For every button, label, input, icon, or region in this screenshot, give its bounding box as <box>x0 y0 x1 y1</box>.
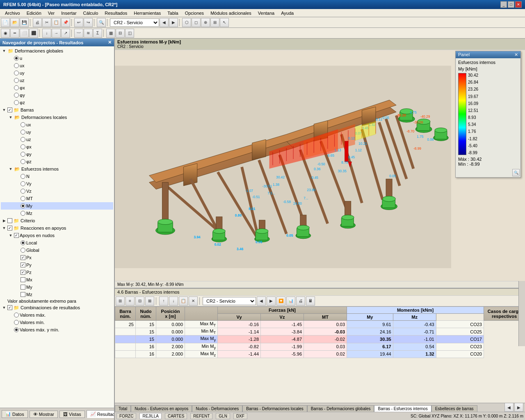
window-controls[interactable]: _ □ ✕ <box>500 1 522 8</box>
tb-next[interactable]: ▶ <box>169 18 178 27</box>
tb-result2[interactable]: ≋ <box>84 29 93 38</box>
btb-8[interactable]: ✕ <box>189 297 198 306</box>
status-rejilla[interactable]: REJILLA <box>139 413 161 419</box>
tb-load2[interactable]: → <box>52 29 61 38</box>
tree-esfuerzos[interactable]: ▼ 📂 Esfuerzos internos <box>1 165 113 173</box>
tree-loc-ux[interactable]: ux <box>1 121 113 128</box>
tree-pz[interactable]: ✓ Pz <box>1 269 113 276</box>
menu-ventana[interactable]: Ventana <box>255 10 278 16</box>
tb-print[interactable]: 🖨 <box>33 18 42 27</box>
btab-nudos-def[interactable]: Nudos - Deformaciones <box>192 405 242 412</box>
menu-herramientas[interactable]: Herramientas <box>130 10 164 16</box>
tb-load1[interactable]: ↓ <box>42 29 51 38</box>
tree-val-maxmin[interactable]: Valores máx. y mín. <box>1 326 113 333</box>
menu-resultados[interactable]: Resultados <box>101 10 130 16</box>
menu-calculo[interactable]: Cálculo <box>80 10 102 16</box>
tb-result3[interactable]: Σ <box>93 29 102 38</box>
menu-tabla[interactable]: Tabla <box>164 10 181 16</box>
btab-esbelteces[interactable]: Esbelteces de barras <box>431 405 477 412</box>
tree-combinaciones[interactable]: ▼ ✓ 📁 Combinaciones de resultados <box>1 304 113 311</box>
nav-tab-vistas[interactable]: 🖼 Vistas <box>59 411 85 418</box>
tree-def-locales[interactable]: ▼ 📂 Deformaciones locales <box>1 114 113 121</box>
tree-local[interactable]: Local <box>1 239 113 247</box>
tree-phiy[interactable]: φy <box>1 91 113 99</box>
tb-redo[interactable]: ↪ <box>84 18 93 27</box>
tree-MT[interactable]: MT <box>1 195 113 202</box>
btb-6[interactable]: ↓ <box>169 297 178 306</box>
tree-global[interactable]: Global <box>1 247 113 254</box>
btab-barras-def-loc[interactable]: Barras - Deformaciones locales <box>242 405 307 412</box>
btab-barras-esf[interactable]: Barras - Esfuerzos internos <box>374 405 431 412</box>
btb-prev[interactable]: ◀ <box>257 297 266 306</box>
tree-my-react[interactable]: My <box>1 283 113 291</box>
tb-copy[interactable]: 📋 <box>52 18 61 27</box>
tree-N[interactable]: N <box>1 173 113 180</box>
tree-barras[interactable]: ▼ ✓ 📁 Barras <box>1 106 113 114</box>
tree-Vy[interactable]: Vy <box>1 180 113 187</box>
tb-paste[interactable]: 📌 <box>61 18 70 27</box>
status-cartes[interactable]: CARTES <box>165 413 187 419</box>
status-gln[interactable]: GLN <box>216 413 230 419</box>
tree-phix[interactable]: φx <box>1 84 113 91</box>
tree-phiz[interactable]: φz <box>1 99 113 106</box>
btab-barras-def-glob[interactable]: Barras - Deformaciones globales <box>307 405 374 412</box>
tb-select[interactable]: ↖ <box>220 18 229 27</box>
menu-opciones[interactable]: Opciones <box>182 10 207 16</box>
tb-prev[interactable]: ◀ <box>160 18 169 27</box>
nav-close-icon[interactable]: ✕ <box>108 40 112 45</box>
tb-solid[interactable]: ⬛ <box>29 29 38 38</box>
status-refent[interactable]: REFENT <box>190 413 212 419</box>
panel-zoom-button[interactable]: 🔍 <box>512 169 520 176</box>
structure-view[interactable]: 3.94 0.02 3.46 0.05 0.05 0.80 8.01 -0.51… <box>115 53 451 281</box>
btb-export[interactable]: 📊 <box>286 297 295 306</box>
tree-loc-phiy[interactable]: φy <box>1 151 113 158</box>
tb-open[interactable]: 📂 <box>10 18 19 27</box>
tree-py[interactable]: ✓ Py <box>1 261 113 269</box>
tree-loc-phiz[interactable]: φz <box>1 158 113 165</box>
tree-uz[interactable]: uz <box>1 77 113 84</box>
tb-fit[interactable]: ⊞ <box>210 18 219 27</box>
minimize-button[interactable]: _ <box>500 1 507 8</box>
tree-u[interactable]: u <box>1 55 113 62</box>
tree-apoyos-nudos[interactable]: ▼ ✓ Apoyos en nudos <box>1 232 113 239</box>
tree-mz[interactable]: Mz <box>1 291 113 298</box>
tree-val-max[interactable]: Valores máx. <box>1 311 113 319</box>
loadcase-combo[interactable]: CR2 - Servicio <box>110 18 159 27</box>
tb-new[interactable]: 📄 <box>1 18 10 27</box>
tb-view3[interactable]: ◫ <box>125 29 134 38</box>
tb-view1[interactable]: ▦ <box>106 29 115 38</box>
tree-reacciones[interactable]: ▼ ✓ 📁 Reacciones en apoyos <box>1 224 113 232</box>
menu-ver[interactable]: Ver <box>45 10 58 16</box>
tb-save[interactable]: 💾 <box>20 18 29 27</box>
tb-zoom[interactable]: ⊕ <box>201 18 210 27</box>
tb-result1[interactable]: 〰 <box>74 29 83 38</box>
tb-node[interactable]: ◉ <box>1 29 10 38</box>
tree-My[interactable]: My <box>1 202 113 210</box>
tab-scroll-right[interactable]: ▶ <box>514 403 523 412</box>
tb-cut[interactable]: ✂ <box>42 18 51 27</box>
menu-modulos[interactable]: Módulos adicionales <box>207 10 255 16</box>
tree-loc-uz[interactable]: uz <box>1 136 113 143</box>
tree-px[interactable]: ✓ Px <box>1 254 113 261</box>
btb-2[interactable]: ≡ <box>126 297 135 306</box>
tree-ux[interactable]: ux <box>1 62 113 69</box>
btab-total[interactable]: Total <box>115 405 131 412</box>
nav-tab-datos[interactable]: 📊 Datos <box>2 410 28 418</box>
panel-close-icon[interactable]: ✕ <box>514 52 518 57</box>
maximize-button[interactable]: □ <box>508 1 514 8</box>
btab-nudos-apoyos[interactable]: Nudos - Esfuerzos en apoyos <box>131 405 192 412</box>
tb-load3[interactable]: ↗ <box>61 29 70 38</box>
tree-uy[interactable]: uy <box>1 69 113 77</box>
tree-Vz[interactable]: Vz <box>1 187 113 195</box>
tb-undo[interactable]: ↩ <box>74 18 83 27</box>
btb-next[interactable]: ▶ <box>267 297 276 306</box>
menu-edicion[interactable]: Edición <box>23 10 45 16</box>
tb-surface[interactable]: ⬜ <box>20 29 29 38</box>
tree-val-min[interactable]: Valores mín. <box>1 319 113 326</box>
tb-3d[interactable]: ⬡ <box>182 18 191 27</box>
btb-1[interactable]: ⊞ <box>116 297 125 306</box>
tb-search[interactable]: 🔍 <box>97 18 106 27</box>
nav-tab-resultados[interactable]: 📈 Resultados <box>87 410 115 418</box>
tree-deformaciones-globales[interactable]: ▼ 📁 Deformaciones globales <box>1 47 113 55</box>
tb-view2[interactable]: ⊟ <box>116 29 125 38</box>
